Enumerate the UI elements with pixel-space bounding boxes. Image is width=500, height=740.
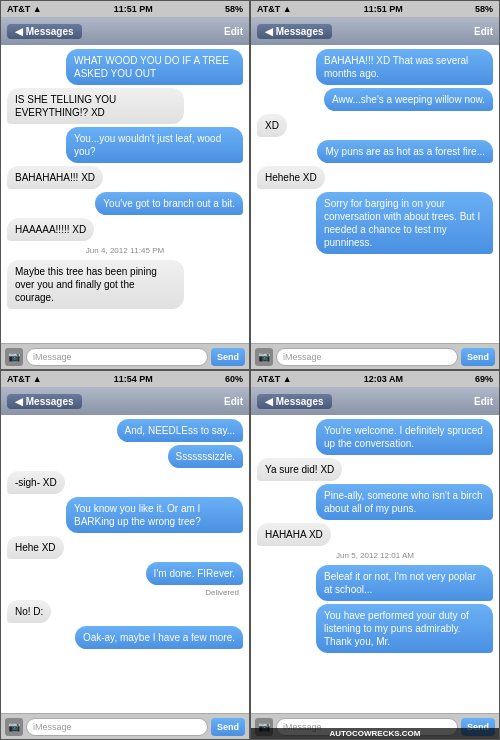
message-bubble-sent: Sorry for barging in on your conversatio… xyxy=(316,192,493,254)
message-bubble-sent: And, NEEDLEss to say... xyxy=(117,419,243,442)
edit-button[interactable]: Edit xyxy=(474,26,493,37)
message-bubble-wrap: You know you like it. Or am I BARKing up… xyxy=(7,497,243,533)
message-bubble-received: -sigh- XD xyxy=(7,471,65,494)
input-bar: 📷 iMessage Send xyxy=(251,343,499,369)
message-bubble-wrap: Hehehe XD xyxy=(257,166,493,189)
message-bubble-received: Ya sure did! XD xyxy=(257,458,342,481)
battery-label: 69% xyxy=(475,374,493,384)
messages-area: BAHAHA!!! XD That was several months ago… xyxy=(251,45,499,343)
phone-screen-2: AT&T ▲ 11:51 PM 58% ◀ Messages Edit BAHA… xyxy=(250,0,500,370)
send-button[interactable]: Send xyxy=(211,348,245,366)
nav-bar: ◀ Messages Edit xyxy=(251,387,499,415)
message-bubble-received: Maybe this tree has been pining over you… xyxy=(7,260,184,309)
message-bubble-received: IS SHE TELLING YOU EVERYTHING!? XD xyxy=(7,88,184,124)
status-bar: AT&T ▲ 11:51 PM 58% xyxy=(1,1,249,17)
message-bubble-sent: My puns are as hot as a forest fire... xyxy=(317,140,493,163)
message-bubble-wrap: Pine-ally, someone who isn't a birch abo… xyxy=(257,484,493,520)
message-bubble-wrap: Oak-ay, maybe I have a few more. xyxy=(7,626,243,649)
message-bubble-sent: WHAT WOOD YOU DO IF A TREE ASKED YOU OUT xyxy=(66,49,243,85)
time-label: 12:03 AM xyxy=(364,374,403,384)
battery-label: 60% xyxy=(225,374,243,384)
message-input[interactable]: iMessage xyxy=(26,718,208,736)
camera-button[interactable]: 📷 xyxy=(5,348,23,366)
message-bubble-wrap: HAAAAA!!!!! XD xyxy=(7,218,243,241)
message-input[interactable]: iMessage xyxy=(26,348,208,366)
message-bubble-received: BAHAHAHA!!! XD xyxy=(7,166,103,189)
message-bubble-wrap: And, NEEDLEss to say... xyxy=(7,419,243,442)
timestamp: Jun 5, 2012 12:01 AM xyxy=(257,551,493,560)
message-bubble-wrap: Hehe XD xyxy=(7,536,243,559)
time-label: 11:54 PM xyxy=(114,374,153,384)
message-bubble-sent: Aww...she's a weeping willow now. xyxy=(324,88,493,111)
message-bubble-wrap: No! D: xyxy=(7,600,243,623)
message-bubble-wrap: XD xyxy=(257,114,493,137)
message-bubble-wrap: Maybe this tree has been pining over you… xyxy=(7,260,243,309)
delivered-label: Delivered xyxy=(7,588,239,597)
carrier-label: AT&T ▲ xyxy=(257,4,292,14)
back-button[interactable]: ◀ Messages xyxy=(7,24,82,39)
message-bubble-sent: Oak-ay, maybe I have a few more. xyxy=(75,626,243,649)
battery-label: 58% xyxy=(225,4,243,14)
carrier-label: AT&T ▲ xyxy=(7,374,42,384)
back-button[interactable]: ◀ Messages xyxy=(257,394,332,409)
messages-area: You're welcome. I definitely spruced up … xyxy=(251,415,499,713)
phone-screen-4: AT&T ▲ 12:03 AM 69% ◀ Messages Edit You'… xyxy=(250,370,500,740)
message-bubble-sent: You know you like it. Or am I BARKing up… xyxy=(66,497,243,533)
edit-button[interactable]: Edit xyxy=(224,396,243,407)
camera-button[interactable]: 📷 xyxy=(255,348,273,366)
battery-label: 58% xyxy=(475,4,493,14)
message-bubble-sent: You've got to branch out a bit. xyxy=(95,192,243,215)
message-bubble-wrap: You...you wouldn't just leaf, wood you? xyxy=(7,127,243,163)
message-bubble-received: HAHAHA XD xyxy=(257,523,331,546)
status-bar: AT&T ▲ 11:51 PM 58% xyxy=(251,1,499,17)
watermark: AUTOCOWRECKS.COM xyxy=(251,728,499,739)
message-bubble-wrap: You've got to branch out a bit. xyxy=(7,192,243,215)
message-bubble-wrap: Ya sure did! XD xyxy=(257,458,493,481)
time-label: 11:51 PM xyxy=(364,4,403,14)
message-bubble-received: Hehehe XD xyxy=(257,166,325,189)
message-input[interactable]: iMessage xyxy=(276,348,458,366)
message-bubble-wrap: Beleaf it or not, I'm not very poplar at… xyxy=(257,565,493,601)
back-button[interactable]: ◀ Messages xyxy=(257,24,332,39)
nav-bar: ◀ Messages Edit xyxy=(1,17,249,45)
nav-bar: ◀ Messages Edit xyxy=(251,17,499,45)
send-button[interactable]: Send xyxy=(211,718,245,736)
message-bubble-wrap: You have performed your duty of listenin… xyxy=(257,604,493,653)
message-bubble-wrap: IS SHE TELLING YOU EVERYTHING!? XD xyxy=(7,88,243,124)
status-bar: AT&T ▲ 11:54 PM 60% xyxy=(1,371,249,387)
message-bubble-wrap: You're welcome. I definitely spruced up … xyxy=(257,419,493,455)
message-bubble-wrap: BAHAHAHA!!! XD xyxy=(7,166,243,189)
message-bubble-wrap: HAHAHA XD xyxy=(257,523,493,546)
input-bar: 📷 iMessage Send xyxy=(1,713,249,739)
nav-bar: ◀ Messages Edit xyxy=(1,387,249,415)
message-bubble-wrap: BAHAHA!!! XD That was several months ago… xyxy=(257,49,493,85)
message-bubble-sent: Sssssssizzle. xyxy=(168,445,243,468)
message-bubble-received: HAAAAA!!!!! XD xyxy=(7,218,94,241)
status-bar: AT&T ▲ 12:03 AM 69% xyxy=(251,371,499,387)
camera-button[interactable]: 📷 xyxy=(5,718,23,736)
screenshot-grid: AT&T ▲ 11:51 PM 58% ◀ Messages Edit WHAT… xyxy=(0,0,500,740)
back-button[interactable]: ◀ Messages xyxy=(7,394,82,409)
message-bubble-wrap: -sigh- XD xyxy=(7,471,243,494)
phone-screen-3: AT&T ▲ 11:54 PM 60% ◀ Messages Edit And,… xyxy=(0,370,250,740)
edit-button[interactable]: Edit xyxy=(224,26,243,37)
message-bubble-wrap: WHAT WOOD YOU DO IF A TREE ASKED YOU OUT xyxy=(7,49,243,85)
carrier-label: AT&T ▲ xyxy=(7,4,42,14)
message-bubble-sent: You...you wouldn't just leaf, wood you? xyxy=(66,127,243,163)
send-button[interactable]: Send xyxy=(461,348,495,366)
message-bubble-wrap: I'm done. FIRever. xyxy=(7,562,243,585)
message-bubble-sent: Beleaf it or not, I'm not very poplar at… xyxy=(316,565,493,601)
message-bubble-sent: You have performed your duty of listenin… xyxy=(316,604,493,653)
phone-screen-1: AT&T ▲ 11:51 PM 58% ◀ Messages Edit WHAT… xyxy=(0,0,250,370)
message-bubble-wrap: My puns are as hot as a forest fire... xyxy=(257,140,493,163)
input-bar: 📷 iMessage Send xyxy=(1,343,249,369)
carrier-label: AT&T ▲ xyxy=(257,374,292,384)
message-bubble-received: No! D: xyxy=(7,600,51,623)
message-bubble-sent: You're welcome. I definitely spruced up … xyxy=(316,419,493,455)
message-bubble-received: Hehe XD xyxy=(7,536,64,559)
messages-area: WHAT WOOD YOU DO IF A TREE ASKED YOU OUT… xyxy=(1,45,249,343)
edit-button[interactable]: Edit xyxy=(474,396,493,407)
message-bubble-sent: I'm done. FIRever. xyxy=(146,562,243,585)
time-label: 11:51 PM xyxy=(114,4,153,14)
messages-area: And, NEEDLEss to say...Sssssssizzle.-sig… xyxy=(1,415,249,713)
